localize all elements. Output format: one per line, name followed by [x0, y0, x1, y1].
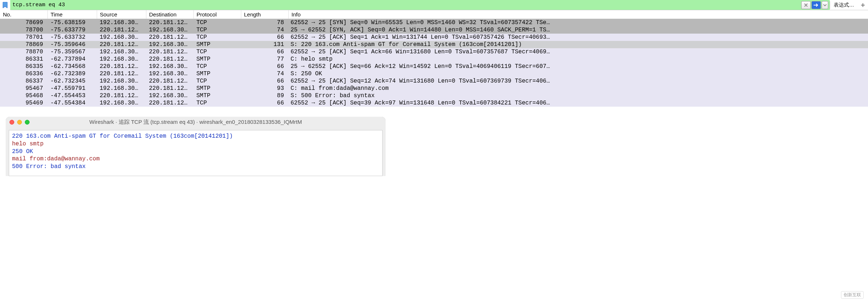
packet-row[interactable]: 78700-75.633779220.181.12…192.168.30…TCP… [0, 26, 868, 34]
cell-dst: 192.168.30… [146, 26, 193, 34]
cell-src: 220.181.12… [97, 92, 146, 99]
packet-row[interactable]: 95469-47.554384192.168.30…220.181.12…TCP… [0, 99, 868, 107]
window-titlebar[interactable]: Wireshark · 追踪 TCP 流 (tcp.stream eq 43) … [6, 117, 385, 127]
cell-proto: TCP [193, 26, 241, 34]
stream-content[interactable]: 220 163.com Anti-spam GT for Coremail Sy… [9, 130, 383, 176]
packet-row[interactable]: 86337-62.732345192.168.30…220.181.12…TCP… [0, 77, 868, 85]
cell-info: S: 220 163.com Anti-spam GT for Coremail… [288, 41, 868, 48]
cell-len: 89 [241, 92, 288, 99]
cell-info: 25 → 62552 [ACK] Seq=66 Ack=12 Win=14592… [288, 63, 868, 70]
cell-src: 192.168.30… [97, 99, 146, 107]
bookmark-icon[interactable] [0, 0, 10, 10]
filter-actions [800, 0, 830, 10]
cell-src: 192.168.30… [97, 77, 146, 85]
display-filter-bar: 表达式… [0, 0, 868, 10]
cell-proto: TCP [193, 77, 241, 85]
packet-row[interactable]: 95468-47.554453220.181.12…192.168.30…SMT… [0, 92, 868, 99]
cell-time: -75.359567 [47, 48, 97, 56]
cell-time: -75.633732 [47, 34, 97, 41]
cell-dst: 220.181.12… [146, 19, 193, 27]
cell-no: 86336 [0, 70, 47, 77]
server-line: 500 Error: bad syntax [12, 163, 379, 171]
packet-row[interactable]: 86336-62.732389220.181.12…192.168.30…SMT… [0, 70, 868, 77]
cell-dst: 220.181.12… [146, 34, 193, 41]
column-header-source[interactable]: Source [97, 10, 146, 19]
cell-len: 93 [241, 85, 288, 92]
column-header-no[interactable]: No. [0, 10, 47, 19]
cell-proto: TCP [193, 34, 241, 41]
cell-info: 25 → 62552 [SYN, ACK] Seq=0 Ack=1 Win=14… [288, 26, 868, 34]
column-header-length[interactable]: Length [241, 10, 288, 19]
cell-len: 74 [241, 70, 288, 77]
cell-dst: 220.181.12… [146, 77, 193, 85]
column-header-destination[interactable]: Destination [146, 10, 193, 19]
clear-filter-button[interactable] [801, 1, 811, 9]
cell-no: 86337 [0, 77, 47, 85]
cell-len: 66 [241, 48, 288, 56]
minimize-window-button[interactable] [17, 120, 22, 125]
cell-no: 86331 [0, 56, 47, 63]
packet-list-header[interactable]: No. Time Source Destination Protocol Len… [0, 10, 868, 19]
cell-info: S: 500 Error: bad syntax [288, 92, 868, 99]
cell-no: 95467 [0, 85, 47, 92]
cell-time: -62.737894 [47, 56, 97, 63]
packet-row[interactable]: 78869-75.359646220.181.12…192.168.30…SMT… [0, 41, 868, 48]
column-header-protocol[interactable]: Protocol [193, 10, 241, 19]
cell-len: 131 [241, 41, 288, 48]
window-title: Wireshark · 追踪 TCP 流 (tcp.stream eq 43) … [6, 119, 385, 126]
cell-src: 220.181.12… [97, 41, 146, 48]
follow-tcp-stream-window: Wireshark · 追踪 TCP 流 (tcp.stream eq 43) … [6, 117, 385, 176]
cell-info: 62552 → 25 [ACK] Seq=39 Ack=97 Win=13164… [288, 99, 868, 107]
cell-time: -62.732345 [47, 77, 97, 85]
cell-dst: 192.168.30… [146, 70, 193, 77]
cell-dst: 220.181.12… [146, 99, 193, 107]
packet-row[interactable]: 78870-75.359567192.168.30…220.181.12…TCP… [0, 48, 868, 56]
column-header-info[interactable]: Info [288, 10, 868, 19]
cell-len: 66 [241, 63, 288, 70]
cell-dst: 220.181.12… [146, 48, 193, 56]
close-window-button[interactable] [9, 120, 14, 125]
cell-dst: 192.168.30… [146, 63, 193, 70]
window-controls [9, 120, 30, 125]
cell-time: -47.554453 [47, 92, 97, 99]
display-filter-input[interactable] [10, 0, 800, 10]
cell-proto: SMTP [193, 70, 241, 77]
column-header-time[interactable]: Time [47, 10, 97, 19]
apply-filter-button[interactable] [811, 1, 821, 9]
cell-no: 78701 [0, 34, 47, 41]
cell-proto: TCP [193, 63, 241, 70]
cell-time: -62.732389 [47, 70, 97, 77]
add-filter-button[interactable] [858, 1, 868, 9]
packet-row[interactable]: 86331-62.737894192.168.30…220.181.12…SMT… [0, 56, 868, 63]
filter-history-dropdown[interactable] [822, 1, 828, 9]
cell-info: S: 250 OK [288, 70, 868, 77]
cell-info: 62552 → 25 [ACK] Seq=1 Ack=1 Win=131744 … [288, 34, 868, 41]
packet-row[interactable]: 78701-75.633732192.168.30…220.181.12…TCP… [0, 34, 868, 41]
cell-no: 86335 [0, 63, 47, 70]
packet-row[interactable]: 86335-62.734568220.181.12…192.168.30…TCP… [0, 63, 868, 70]
cell-len: 66 [241, 34, 288, 41]
cell-src: 192.168.30… [97, 19, 146, 27]
packet-row[interactable]: 95467-47.559791192.168.30…220.181.12…SMT… [0, 85, 868, 92]
packet-list[interactable]: No. Time Source Destination Protocol Len… [0, 10, 868, 107]
cell-no: 78700 [0, 26, 47, 34]
cell-src: 192.168.30… [97, 85, 146, 92]
cell-info: C: helo smtp [288, 56, 868, 63]
cell-info: 62552 → 25 [ACK] Seq=12 Ack=74 Win=13168… [288, 77, 868, 85]
cell-src: 220.181.12… [97, 63, 146, 70]
cell-time: -75.633779 [47, 26, 97, 34]
cell-proto: SMTP [193, 41, 241, 48]
packet-row[interactable]: 78699-75.638159192.168.30…220.181.12…TCP… [0, 19, 868, 27]
cell-proto: TCP [193, 99, 241, 107]
cell-no: 95468 [0, 92, 47, 99]
cell-proto: SMTP [193, 92, 241, 99]
cell-info: 62552 → 25 [ACK] Seq=1 Ack=66 Win=131680… [288, 48, 868, 56]
cell-dst: 220.181.12… [146, 85, 193, 92]
cell-src: 220.181.12… [97, 26, 146, 34]
cell-info: 62552 → 25 [SYN] Seq=0 Win=65535 Len=0 M… [288, 19, 868, 27]
cell-no: 78869 [0, 41, 47, 48]
cell-no: 78699 [0, 19, 47, 27]
zoom-window-button[interactable] [25, 120, 30, 125]
cell-len: 66 [241, 77, 288, 85]
expression-button[interactable]: 表达式… [830, 1, 858, 9]
